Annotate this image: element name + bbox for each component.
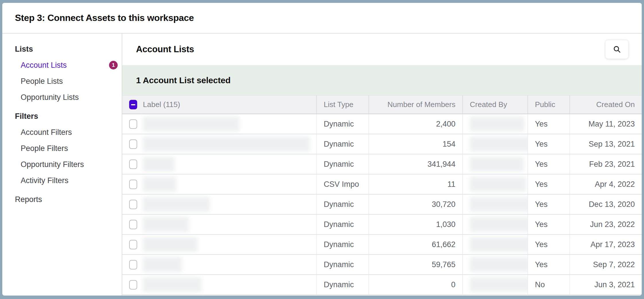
created-on-cell: Jun 23, 2022 <box>570 215 642 234</box>
column-header-public[interactable]: Public <box>528 96 570 114</box>
page-header: Step 3: Connect Assets to this workspace <box>2 3 642 34</box>
table-row: CSV Impo11YesApr 4, 2022 <box>122 174 642 195</box>
sidebar-item-label: Account Lists <box>21 61 67 70</box>
row-checkbox[interactable] <box>129 139 137 149</box>
row-checkbox[interactable] <box>129 260 137 269</box>
list-type-cell: Dynamic <box>317 134 369 154</box>
created-by-cell <box>463 114 528 134</box>
connect-assets-modal: Step 3: Connect Assets to this workspace… <box>2 3 642 296</box>
sidebar-item-label: Activity Filters <box>21 176 69 185</box>
created-on-cell: Feb 23, 2021 <box>570 154 642 174</box>
sidebar-heading-lists: Lists <box>2 41 122 57</box>
members-cell: 11 <box>369 174 463 194</box>
sidebar-item-people-filters[interactable]: People Filters <box>2 140 122 156</box>
column-header-list-type[interactable]: List Type <box>317 96 369 114</box>
redacted-label <box>143 237 197 252</box>
label-cell <box>122 154 317 174</box>
created-by-cell <box>463 195 528 214</box>
redacted-created-by <box>470 197 528 212</box>
redacted-label <box>143 277 201 292</box>
row-checkbox[interactable] <box>129 160 137 169</box>
panel-title: Account Lists <box>136 44 194 55</box>
row-checkbox[interactable] <box>129 220 137 229</box>
redacted-created-by <box>470 117 524 131</box>
page-title: Step 3: Connect Assets to this workspace <box>15 13 194 23</box>
table-row: Dynamic30,720YesDec 13, 2020 <box>122 195 642 215</box>
label-cell <box>122 174 317 194</box>
created-on-cell: Sep 7, 2022 <box>570 255 642 274</box>
table-row: Dynamic61,662YesApr 17, 2023 <box>122 235 642 255</box>
created-by-cell <box>463 174 528 194</box>
created-by-cell <box>463 255 528 274</box>
table-row: Dynamic59,765YesSep 7, 2022 <box>122 255 642 275</box>
created-on-cell: Apr 17, 2023 <box>570 235 642 254</box>
table-row: Dynamic0NoJun 3, 2021 <box>122 275 642 295</box>
column-header-label[interactable]: Label (115) <box>143 100 180 109</box>
members-cell: 61,662 <box>369 235 463 254</box>
main-panel: Account Lists 1 Account List selected La… <box>122 34 642 296</box>
list-type-cell: Dynamic <box>317 114 369 134</box>
table-row: Dynamic1,030YesJun 23, 2022 <box>122 215 642 235</box>
sidebar-item-opportunity-lists[interactable]: Opportunity Lists <box>2 89 122 105</box>
public-cell: Yes <box>528 114 570 134</box>
list-type-cell: CSV Impo <box>317 174 369 194</box>
sidebar-item-label: People Lists <box>21 77 63 86</box>
label-cell <box>122 134 317 154</box>
created-by-cell <box>463 235 528 254</box>
redacted-label <box>143 197 210 212</box>
public-cell: Yes <box>528 215 570 234</box>
members-cell: 0 <box>369 275 463 294</box>
select-all-checkbox[interactable] <box>129 100 137 109</box>
search-button[interactable] <box>605 40 629 59</box>
label-cell <box>122 114 317 134</box>
sidebar-item-label: Account Filters <box>21 128 72 137</box>
created-by-cell <box>463 134 528 154</box>
row-checkbox[interactable] <box>129 240 137 249</box>
redacted-created-by <box>470 137 528 152</box>
row-checkbox[interactable] <box>129 280 137 290</box>
created-on-cell: May 11, 2023 <box>570 114 642 134</box>
public-cell: Yes <box>528 195 570 214</box>
column-header-number-of-members[interactable]: Number of Members <box>369 96 463 114</box>
redacted-label <box>143 157 174 172</box>
created-on-cell: Dec 13, 2020 <box>570 195 642 214</box>
table-row: Dynamic2,400YesMay 11, 2023 <box>122 114 642 134</box>
sidebar-item-label: Opportunity Filters <box>21 160 84 169</box>
row-checkbox[interactable] <box>129 119 137 129</box>
sidebar-item-reports[interactable]: Reports <box>2 191 122 207</box>
created-on-cell: Jun 3, 2021 <box>570 275 642 294</box>
label-cell <box>122 275 317 294</box>
sidebar-item-account-filters[interactable]: Account Filters <box>2 124 122 140</box>
sidebar-item-account-lists[interactable]: Account Lists1 <box>2 57 122 73</box>
redacted-label <box>143 137 310 152</box>
sidebar-item-people-lists[interactable]: People Lists <box>2 73 122 89</box>
table-row: Dynamic341,944YesFeb 23, 2021 <box>122 154 642 174</box>
list-type-cell: Dynamic <box>317 255 369 274</box>
row-checkbox[interactable] <box>129 180 137 189</box>
redacted-created-by <box>470 177 526 192</box>
members-cell: 30,720 <box>369 195 463 214</box>
redacted-created-by <box>470 217 528 232</box>
sidebar: ListsAccount Lists1People ListsOpportuni… <box>2 34 122 296</box>
redacted-created-by <box>470 237 528 252</box>
selected-count-badge: 1 <box>109 61 118 69</box>
column-header-created-by[interactable]: Created By <box>463 96 528 114</box>
members-cell: 1,030 <box>369 215 463 234</box>
sidebar-item-opportunity-filters[interactable]: Opportunity Filters <box>2 156 122 172</box>
public-cell: No <box>528 275 570 294</box>
created-on-cell: Apr 4, 2022 <box>570 174 642 194</box>
column-header-created-on[interactable]: Created On <box>570 96 642 114</box>
public-cell: Yes <box>528 235 570 254</box>
list-type-cell: Dynamic <box>317 235 369 254</box>
selection-banner-text: 1 Account List selected <box>136 75 230 85</box>
created-by-cell <box>463 154 528 174</box>
row-checkbox[interactable] <box>129 200 137 209</box>
table-body: Dynamic2,400YesMay 11, 2023Dynamic154Yes… <box>122 114 642 295</box>
sidebar-item-activity-filters[interactable]: Activity Filters <box>2 172 122 189</box>
list-type-cell: Dynamic <box>317 215 369 234</box>
redacted-label <box>143 117 239 131</box>
sidebar-item-label: People Filters <box>21 144 68 153</box>
members-cell: 154 <box>369 134 463 154</box>
label-cell <box>122 215 317 234</box>
redacted-label <box>143 257 182 272</box>
